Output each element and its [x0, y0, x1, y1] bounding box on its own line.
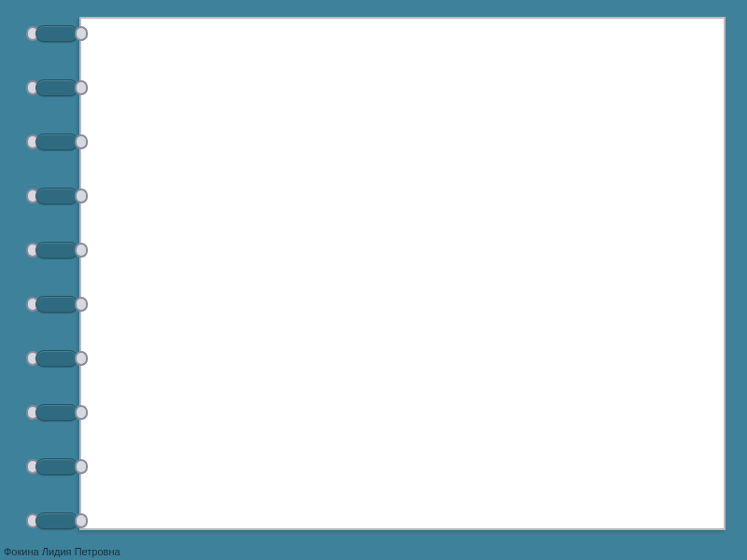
ring-tab-icon — [35, 458, 78, 475]
spiral-ring — [28, 349, 86, 368]
ring-tab-icon — [35, 404, 78, 421]
ring-hole-icon — [75, 243, 88, 258]
ring-hole-icon — [75, 297, 88, 312]
spiral-ring — [28, 78, 86, 97]
spiral-ring — [28, 241, 86, 259]
ring-hole-icon — [75, 513, 88, 528]
spiral-ring — [28, 403, 86, 422]
spiral-ring — [28, 187, 86, 205]
ring-tab-icon — [35, 188, 78, 204]
ring-hole-icon — [75, 26, 88, 41]
ring-tab-icon — [35, 25, 78, 42]
ring-tab-icon — [35, 350, 78, 367]
spiral-ring — [28, 295, 86, 314]
spiral-ring — [28, 511, 86, 530]
ring-tab-icon — [35, 242, 78, 259]
spiral-ring — [28, 457, 86, 476]
author-credit: Фокина Лидия Петровна — [4, 546, 120, 557]
spiral-ring — [28, 24, 86, 43]
ring-hole-icon — [75, 459, 88, 474]
ring-tab-icon — [35, 512, 78, 529]
ring-hole-icon — [75, 405, 88, 420]
ring-tab-icon — [35, 79, 78, 96]
ring-tab-icon — [35, 133, 78, 150]
ring-hole-icon — [75, 351, 88, 366]
notebook-page — [79, 17, 726, 530]
ring-hole-icon — [75, 134, 88, 149]
ring-tab-icon — [35, 296, 78, 313]
spiral-binding — [28, 17, 86, 530]
ring-hole-icon — [75, 80, 88, 95]
spiral-ring — [28, 133, 86, 151]
ring-hole-icon — [75, 189, 88, 203]
